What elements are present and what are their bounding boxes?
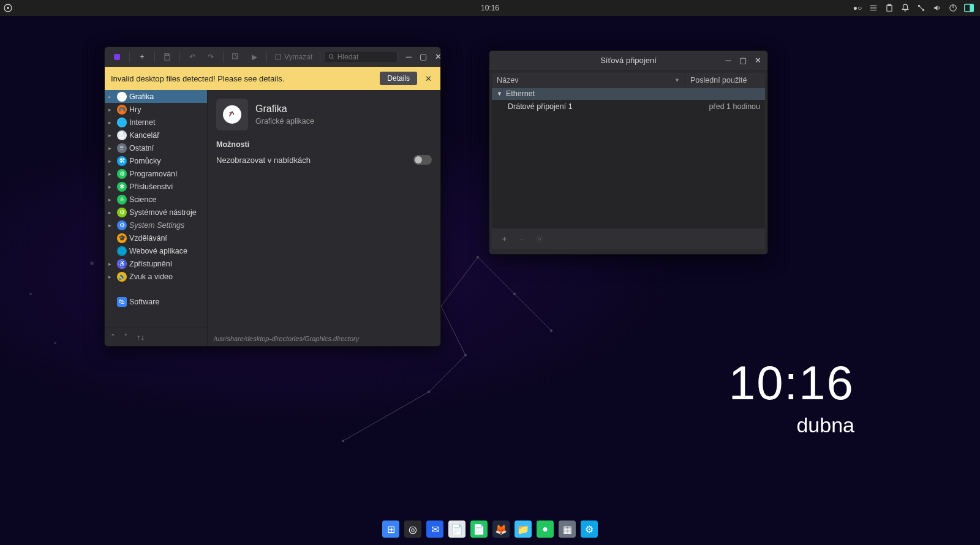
close-button[interactable]: ✕ — [431, 50, 441, 64]
expand-arrow-icon: ▸ — [108, 171, 115, 177]
app-icon — [108, 49, 126, 65]
settings-button[interactable] — [535, 235, 544, 243]
svg-point-6 — [428, 391, 430, 393]
volume-icon[interactable] — [932, 3, 942, 13]
svg-point-3 — [513, 293, 516, 295]
desktop-clock-time: 10:16 — [729, 355, 854, 411]
redo-button[interactable]: ↷ — [202, 49, 219, 65]
dock-settings[interactable]: ⚙ — [581, 521, 598, 538]
category-icon[interactable] — [216, 99, 248, 130]
file-path: /usr/share/desktop-directories/Graphics.… — [208, 331, 440, 346]
dock-files[interactable]: 📁 — [514, 521, 532, 538]
distro-logo-icon[interactable] — [0, 3, 16, 13]
sidebar-toggle-icon[interactable] — [964, 3, 974, 13]
run-button[interactable]: ▶ — [246, 49, 263, 65]
column-last-used-header[interactable]: Poslední použité — [685, 76, 765, 85]
add-button[interactable]: ＋ — [134, 49, 151, 65]
category-item[interactable]: ▸♿Zpřístupnění — [105, 257, 207, 270]
connection-row[interactable]: Drátové připojení 1před 1 hodinou — [492, 100, 765, 113]
options-section-label: Možnosti — [208, 134, 440, 151]
dock-app-grid[interactable]: ⊞ — [382, 521, 399, 538]
maximize-button[interactable]: ▢ — [736, 53, 750, 68]
svg-line-12 — [514, 294, 551, 331]
clipboard-icon[interactable] — [884, 3, 894, 13]
expand-arrow-icon: ▸ — [108, 197, 115, 203]
connection-name: Drátové připojení 1 — [508, 102, 685, 111]
ethernet-group-row[interactable]: ▼ Ethernet — [492, 88, 765, 100]
category-item[interactable]: ▸⚙Programování — [105, 167, 207, 180]
power-icon[interactable] — [948, 3, 958, 13]
column-headers: Název▼ Poslední použité — [492, 73, 765, 88]
svg-rect-33 — [114, 54, 120, 60]
connection-last-used: před 1 hodinou — [685, 102, 760, 111]
clear-button[interactable]: Vymazat — [271, 49, 316, 65]
launch-button[interactable] — [227, 49, 244, 65]
category-item[interactable]: 🛍Software — [105, 295, 207, 308]
category-item[interactable]: ▸🎮Hry — [105, 103, 207, 116]
category-icon: ⚛ — [117, 195, 127, 205]
minimize-button[interactable]: ─ — [721, 53, 736, 68]
search-box[interactable] — [324, 51, 398, 63]
category-item[interactable]: ▸🖌Grafika — [105, 90, 207, 103]
sort-button[interactable]: ↑↓ — [137, 333, 145, 342]
undo-button[interactable]: ↶ — [184, 49, 201, 65]
category-item[interactable]: ▸≡Ostatní — [105, 141, 207, 154]
move-up-button[interactable]: ˄ — [111, 333, 115, 342]
close-button[interactable]: ✕ — [750, 53, 765, 68]
indicator-dots-icon[interactable]: ●○ — [853, 3, 862, 13]
category-item[interactable]: ▸⚛Science — [105, 193, 207, 206]
expand-arrow-icon: ▸ — [108, 119, 115, 126]
svg-line-15 — [343, 392, 429, 441]
category-item[interactable]: ▸🛠Pomůcky — [105, 154, 207, 167]
dock-terminal[interactable]: ● — [537, 521, 554, 538]
dock-menu-editor[interactable]: ▦ — [559, 521, 576, 538]
dock-firefox[interactable]: 🦊 — [492, 521, 510, 538]
add-connection-button[interactable]: ＋ — [500, 233, 508, 244]
panel-clock[interactable]: 10:16 — [481, 4, 499, 12]
detail-subtitle: Grafické aplikace — [255, 117, 314, 126]
expand-arrow-icon: ▸ — [108, 209, 115, 216]
network-titlebar[interactable]: Síťová připojení ─ ▢ ✕ — [489, 51, 767, 70]
category-item[interactable]: ▸⚙System Settings — [105, 219, 207, 231]
menu-editor-titlebar[interactable]: ＋ ↶ ↷ ▶ Vymazat ─ ▢ ✕ — [105, 47, 440, 67]
search-icon — [328, 53, 334, 61]
column-name-header[interactable]: Název▼ — [492, 76, 685, 85]
maximize-button[interactable]: ▢ — [416, 50, 431, 64]
category-item[interactable]: ▸⚙Systémové nástroje — [105, 206, 207, 219]
category-item[interactable]: ▸📄Kancelář — [105, 129, 207, 141]
menu-editor-window: ＋ ↶ ↷ ▶ Vymazat ─ ▢ ✕ Inva — [104, 47, 441, 347]
search-input[interactable] — [337, 53, 394, 61]
save-button[interactable] — [159, 49, 176, 65]
category-label: Programování — [129, 170, 178, 178]
category-label: Zvuk a video — [129, 272, 173, 281]
category-label: Systémové nástroje — [129, 208, 197, 217]
category-item[interactable]: 🌐Webové aplikace — [105, 244, 207, 257]
svg-point-5 — [464, 354, 467, 356]
dock: ⊞◎✉📄📄🦊📁●▦⚙ — [377, 518, 603, 540]
network-footer: ＋ − — [492, 228, 765, 249]
dock-text-editor[interactable]: 📄 — [448, 521, 466, 538]
dock-mail[interactable]: ✉ — [426, 521, 443, 538]
dock-document[interactable]: 📄 — [470, 521, 488, 538]
bell-icon[interactable] — [900, 3, 910, 13]
banner-close-button[interactable]: ✕ — [422, 74, 434, 83]
svg-point-17 — [90, 261, 94, 265]
category-item[interactable]: ▸🔊Zvuk a video — [105, 270, 207, 283]
remove-connection-button[interactable]: − — [519, 235, 524, 244]
category-item[interactable]: ▸🌐Internet — [105, 116, 207, 129]
dock-budgie-logo[interactable]: ◎ — [404, 521, 421, 538]
category-label: Kancelář — [129, 131, 159, 140]
category-label: Vzdělávání — [129, 234, 167, 242]
category-item[interactable]: ▸✱Příslušenství — [105, 180, 207, 193]
category-label: Webové aplikace — [129, 247, 187, 255]
svg-point-37 — [330, 55, 333, 58]
hide-in-menus-toggle[interactable] — [413, 155, 432, 165]
move-down-button[interactable]: ˅ — [124, 333, 128, 342]
details-button[interactable]: Details — [380, 72, 417, 85]
network-icon[interactable] — [916, 3, 926, 13]
menu-icon[interactable] — [869, 3, 878, 13]
category-item[interactable]: 🎓Vzdělávání — [105, 231, 207, 244]
expand-arrow-icon: ▸ — [108, 222, 115, 228]
svg-point-18 — [54, 342, 56, 344]
minimize-button[interactable]: ─ — [401, 50, 416, 64]
